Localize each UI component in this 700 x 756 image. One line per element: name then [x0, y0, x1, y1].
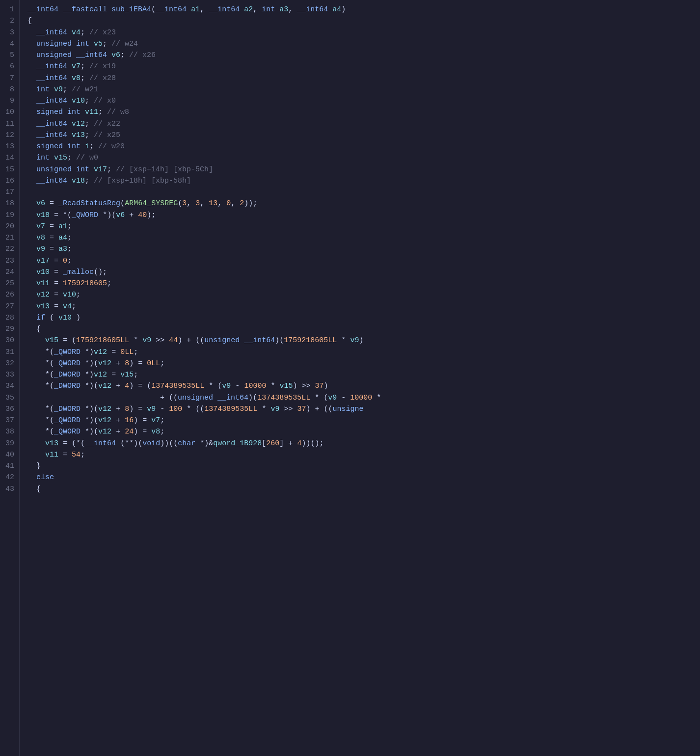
- line-number: 17: [4, 187, 14, 198]
- code-content[interactable]: __int64 __fastcall sub_1EBA4(__int64 a1,…: [20, 0, 700, 756]
- code-line: v11 = 54;: [27, 449, 692, 460]
- code-line: v13 = (*(__int64 (**)(void))((char *)&qw…: [27, 438, 692, 449]
- code-line: *(_QWORD *)(v12 + 16) = v7;: [27, 415, 692, 426]
- line-number: 29: [4, 324, 14, 335]
- line-numbers: 1234567891011121314151617181920212223242…: [0, 0, 20, 756]
- line-number: 27: [4, 301, 14, 312]
- line-number: 38: [4, 426, 14, 437]
- code-line: *(_QWORD *)(v12 + 24) = v8;: [27, 426, 692, 437]
- line-number: 31: [4, 347, 14, 358]
- code-line: }: [27, 460, 692, 472]
- line-number: 4: [4, 38, 14, 50]
- code-container: 1234567891011121314151617181920212223242…: [0, 0, 700, 756]
- code-line: __int64 __fastcall sub_1EBA4(__int64 a1,…: [27, 4, 692, 15]
- code-line: __int64 v12; // x22: [27, 118, 692, 130]
- line-number: 41: [4, 460, 14, 472]
- code-line: v6 = _ReadStatusReg(ARM64_SYSREG(3, 3, 1…: [27, 198, 692, 209]
- code-line: v12 = v10;: [27, 289, 692, 300]
- code-line: else: [27, 472, 692, 483]
- line-number: 24: [4, 267, 14, 278]
- line-number: 28: [4, 312, 14, 324]
- line-number: 32: [4, 358, 14, 369]
- code-line: *(_DWORD *)(v12 + 8) = v9 - 100 * ((1374…: [27, 404, 692, 415]
- code-line: __int64 v7; // x19: [27, 61, 692, 72]
- line-number: 36: [4, 404, 14, 415]
- code-line: {: [27, 324, 692, 335]
- code-line: v10 = _malloc();: [27, 267, 692, 278]
- line-number: 9: [4, 95, 14, 107]
- code-line: int v9; // w21: [27, 84, 692, 95]
- line-number: 26: [4, 289, 14, 300]
- line-number: 40: [4, 449, 14, 460]
- line-number: 13: [4, 141, 14, 152]
- code-line: [27, 187, 692, 198]
- code-line: __int64 v10; // x0: [27, 95, 692, 107]
- line-number: 3: [4, 27, 14, 38]
- code-line: if ( v10 ): [27, 312, 692, 324]
- line-number: 42: [4, 472, 14, 483]
- line-number: 10: [4, 107, 14, 118]
- line-number: 20: [4, 221, 14, 232]
- code-line: v15 = (1759218605LL * v9 >> 44) + ((unsi…: [27, 335, 692, 346]
- code-line: *(_QWORD *)v12 = 0LL;: [27, 347, 692, 358]
- code-line: v7 = a1;: [27, 221, 692, 232]
- line-number: 12: [4, 130, 14, 141]
- line-number: 7: [4, 73, 14, 84]
- code-line: v11 = 1759218605;: [27, 278, 692, 289]
- line-number: 18: [4, 198, 14, 209]
- line-number: 5: [4, 50, 14, 61]
- code-line: *(_QWORD *)(v12 + 8) = 0LL;: [27, 358, 692, 369]
- code-line: v17 = 0;: [27, 255, 692, 267]
- code-line: signed int i; // w20: [27, 141, 692, 152]
- line-number: 2: [4, 15, 14, 27]
- code-line: *(_DWORD *)v12 = v15;: [27, 369, 692, 380]
- line-number: 14: [4, 152, 14, 163]
- line-number: 39: [4, 438, 14, 449]
- line-number: 8: [4, 84, 14, 95]
- code-line: *(_DWORD *)(v12 + 4) = (1374389535LL * (…: [27, 380, 692, 392]
- code-line: int v15; // w0: [27, 152, 692, 163]
- code-line: __int64 v13; // x25: [27, 130, 692, 141]
- code-line: unsigned int v5; // w24: [27, 38, 692, 50]
- code-line: {: [27, 484, 692, 495]
- line-number: 37: [4, 415, 14, 426]
- line-number: 34: [4, 380, 14, 392]
- code-line: __int64 v4; // x23: [27, 27, 692, 38]
- code-line: signed int v11; // w8: [27, 107, 692, 118]
- code-line: v9 = a3;: [27, 243, 692, 255]
- line-number: 21: [4, 232, 14, 243]
- line-number: 19: [4, 210, 14, 221]
- line-number: 35: [4, 392, 14, 404]
- line-number: 15: [4, 164, 14, 175]
- line-number: 25: [4, 278, 14, 289]
- code-line: __int64 v8; // x28: [27, 73, 692, 84]
- line-number: 11: [4, 118, 14, 130]
- line-number: 23: [4, 255, 14, 267]
- code-line: __int64 v18; // [xsp+18h] [xbp-58h]: [27, 175, 692, 187]
- line-number: 16: [4, 175, 14, 187]
- code-line: {: [27, 15, 692, 27]
- line-number: 1: [4, 4, 14, 15]
- code-line: unsigned __int64 v6; // x26: [27, 50, 692, 61]
- code-line: v13 = v4;: [27, 301, 692, 312]
- code-line: unsigned int v17; // [xsp+14h] [xbp-5Ch]: [27, 164, 692, 175]
- code-line: + ((unsigned __int64)(1374389535LL * (v9…: [27, 392, 692, 404]
- code-line: v18 = *(_QWORD *)(v6 + 40);: [27, 210, 692, 221]
- line-number: 43: [4, 484, 14, 495]
- line-number: 33: [4, 369, 14, 380]
- line-number: 30: [4, 335, 14, 346]
- code-line: v8 = a4;: [27, 232, 692, 243]
- line-number: 22: [4, 243, 14, 255]
- line-number: 6: [4, 61, 14, 72]
